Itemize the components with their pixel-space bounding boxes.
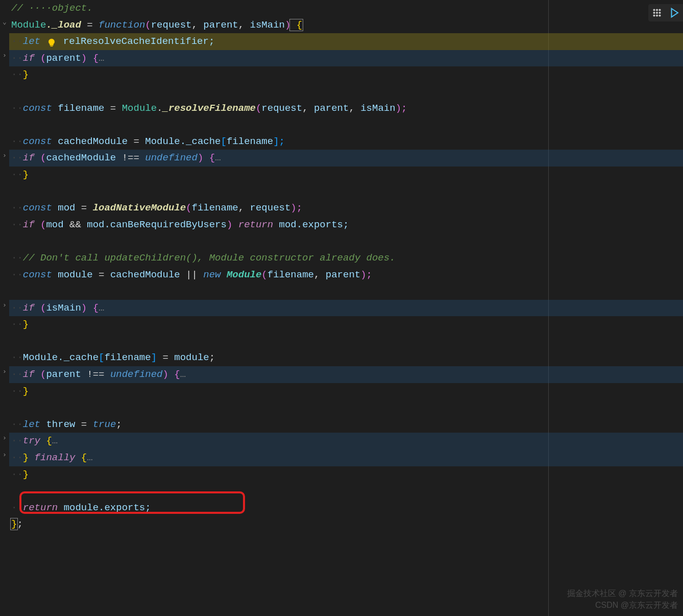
code-line-blank[interactable] [9, 333, 683, 350]
code-line-blank[interactable] [9, 283, 683, 300]
code-line-current[interactable]: ··let relResolveCacheIdentifier; [9, 33, 683, 50]
code-line[interactable]: // ····object. [9, 0, 683, 17]
fold-chevron-down-icon[interactable]: ⌄ [1, 18, 8, 26]
code-line-folded[interactable]: ··if (cachedModule !== undefined) {… [9, 150, 683, 167]
fold-chevron-right-icon[interactable]: › [1, 52, 8, 59]
code-line[interactable]: ··const filename = Module._resolveFilena… [9, 100, 683, 117]
code-line[interactable]: }; [9, 516, 683, 533]
watermark-text: 掘金技术社区 @ 京东云开发者 CSDN @京东云开发者 [567, 588, 678, 611]
code-line[interactable]: ··if (mod && mod.canBeRequiredByUsers) r… [9, 217, 683, 233]
lightbulb-icon[interactable] [47, 37, 56, 46]
fold-gutter: ⌄ › › › › › › [0, 0, 9, 616]
code-editor[interactable]: ⌄ › › › › › › // ····object. Module._loa… [0, 0, 683, 616]
code-line-folded[interactable]: ··try {… [9, 433, 683, 449]
fold-chevron-right-icon[interactable]: › [1, 368, 8, 375]
code-line-return[interactable]: ··return module.exports; [9, 500, 683, 516]
code-line[interactable]: ··const mod = loadNativeModule(filename,… [9, 200, 683, 217]
code-line[interactable]: ··// Don't call updateChildren(), Module… [9, 250, 683, 267]
code-line[interactable]: ··Module._cache[filename] = module; [9, 349, 683, 366]
code-line-blank[interactable] [9, 116, 683, 133]
code-line[interactable]: ··} [9, 466, 683, 483]
code-line[interactable]: ··let threw = true; [9, 416, 683, 433]
fold-chevron-right-icon[interactable]: › [1, 434, 8, 441]
code-line-blank[interactable] [9, 183, 683, 200]
fold-chevron-right-icon[interactable]: › [1, 301, 8, 309]
fold-chevron-right-icon[interactable]: › [1, 451, 8, 458]
code-line-folded[interactable]: ··if (parent) {… [9, 50, 683, 67]
code-line-blank[interactable] [9, 483, 683, 500]
code-line[interactable]: ··} [9, 66, 683, 83]
code-line-folded[interactable]: ··} finally {… [9, 449, 683, 466]
code-line[interactable]: ··} [9, 316, 683, 333]
code-line[interactable]: ··} [9, 383, 683, 400]
code-line-folded[interactable]: ··if (parent !== undefined) {… [9, 366, 683, 383]
code-line-blank[interactable] [9, 233, 683, 250]
code-line[interactable]: ··const cachedModule = Module._cache[fil… [9, 133, 683, 150]
code-line-blank[interactable] [9, 83, 683, 100]
code-line-folded[interactable]: ··if (isMain) {… [9, 300, 683, 317]
fold-chevron-right-icon[interactable]: › [1, 152, 8, 159]
code-line[interactable]: ··} [9, 167, 683, 183]
code-line[interactable]: Module._load = function(request, parent,… [9, 17, 683, 34]
code-line-blank[interactable] [9, 399, 683, 416]
comment-text: // ····object. [11, 3, 93, 14]
code-line[interactable]: ··const module = cachedModule || new Mod… [9, 267, 683, 283]
